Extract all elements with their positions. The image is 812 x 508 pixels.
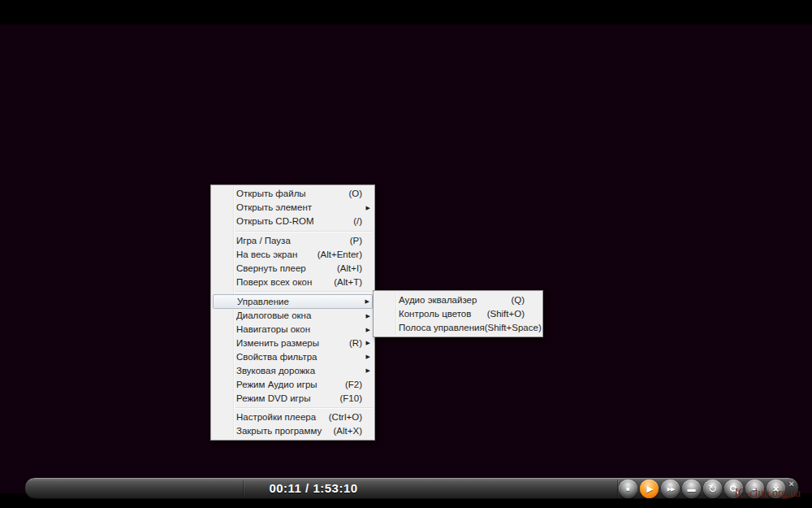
menu-item-label: Режим DVD игры	[236, 393, 340, 403]
menu-item-label: Поверх всех окон	[236, 277, 334, 287]
time-display: 00:11 / 1:53:10	[236, 478, 391, 498]
menu-item-end: ▶	[362, 205, 370, 211]
watermark: IC-club.org.ua	[735, 487, 801, 500]
menu-item[interactable]: Диалоговые окна▶	[211, 309, 374, 323]
open-file-button[interactable]: ▬	[682, 480, 701, 498]
bar-divider	[617, 480, 618, 497]
control-submenu: Аудио эквалайзер(Q)Контроль цветов(Shift…	[373, 290, 543, 337]
fullscreen-button[interactable]: ↻	[703, 480, 722, 498]
menu-item-label: На весь экран	[236, 250, 317, 259]
menu-item-label: Открыть файлы	[236, 189, 348, 198]
menu-item-shortcut: (Alt+I)	[337, 263, 362, 273]
fullscreen-icon: ↻	[708, 484, 717, 494]
menu-item-label: Открыть элемент	[236, 202, 362, 212]
menu-item-label: Контроль цветов	[399, 309, 487, 319]
stop-button[interactable]: ■	[619, 480, 637, 498]
menu-item[interactable]: На весь экран(Alt+Enter)	[211, 248, 374, 262]
menu-item-label: Открыть CD-ROM	[236, 216, 353, 226]
menu-item-end: ▶	[362, 354, 370, 359]
menu-item-shortcut: (P)	[350, 236, 362, 245]
menu-item[interactable]: Полоса управления(Shift+Space)	[374, 321, 542, 335]
menu-item[interactable]: Изменить размеры(R)▶	[211, 336, 374, 350]
stop-icon: ■	[626, 486, 630, 493]
video-surface[interactable]	[0, 24, 812, 493]
menu-item-label: Игра / Пауза	[236, 236, 350, 245]
submenu-arrow-icon: ▶	[366, 313, 370, 319]
context-menu-body: Открыть файлы(O)Открыть элемент▶Открыть …	[211, 187, 374, 438]
menu-item-shortcut: (Q)	[511, 295, 525, 305]
menu-item-label: Настройки плеера	[236, 412, 329, 422]
control-bar: 00:11 / 1:53:10 ■▶▶▶▬↻−× ×	[24, 477, 799, 499]
fast-forward-button[interactable]: ▶▶	[661, 480, 680, 498]
menu-item-shortcut: (R)	[349, 338, 362, 348]
control-submenu-body: Аудио эквалайзер(Q)Контроль цветов(Shift…	[374, 293, 542, 335]
menu-item-end: ▶	[361, 298, 369, 304]
menu-item[interactable]: Поверх всех окон(Alt+T)	[211, 275, 374, 289]
menu-item-label: Звуковая дорожка	[236, 366, 362, 376]
menu-item[interactable]: Управление▶	[213, 294, 373, 309]
menu-item-label: Диалоговые окна	[236, 310, 362, 320]
menu-item[interactable]: Открыть файлы(O)	[211, 187, 374, 201]
menu-item-label: Аудио эквалайзер	[399, 295, 511, 305]
submenu-arrow-icon: ▶	[366, 340, 370, 345]
menu-item-end: ▶	[362, 367, 370, 373]
player-window: Открыть файлы(O)Открыть элемент▶Открыть …	[0, 0, 812, 508]
menu-item-label: Управление	[237, 297, 361, 306]
menu-item[interactable]: Закрыть программу(Alt+X)	[211, 424, 374, 438]
menu-item-end: ▶	[362, 313, 370, 319]
menu-separator	[235, 291, 373, 292]
menu-item[interactable]: Свойства фильтра▶	[211, 350, 374, 363]
play-button[interactable]: ▶	[640, 480, 659, 498]
menu-item-shortcut: (Alt+T)	[334, 277, 362, 287]
submenu-arrow-icon: ▶	[366, 205, 370, 211]
menu-item[interactable]: Свернуть плеер(Alt+I)	[211, 261, 374, 275]
menu-item[interactable]: Звуковая дорожка▶	[211, 363, 374, 377]
menu-item-shortcut: (Shift+O)	[487, 309, 525, 319]
menu-item[interactable]: Аудио эквалайзер(Q)	[374, 293, 542, 306]
menu-item-shortcut: (Alt+X)	[334, 426, 362, 436]
menu-item-shortcut: (Shift+Space)	[485, 323, 542, 332]
menu-item-end: ▶	[362, 327, 370, 332]
menu-item-label: Режим Аудио игры	[236, 380, 345, 389]
menu-item-label: Навигаторы окон	[236, 324, 362, 334]
submenu-arrow-icon: ▶	[366, 354, 370, 359]
menu-item-label: Свернуть плеер	[236, 263, 337, 273]
menu-item-label: Закрыть программу	[236, 426, 334, 436]
menu-item-shortcut: (F2)	[345, 380, 362, 389]
menu-item[interactable]: Режим DVD игры(F10)	[211, 391, 374, 405]
menu-item[interactable]: Открыть CD-ROM(/)	[211, 215, 374, 228]
menu-item[interactable]: Настройки плеера(Ctrl+O)	[211, 410, 374, 424]
submenu-arrow-icon: ▶	[366, 327, 370, 332]
menu-item-end: ▶	[362, 340, 370, 345]
menu-item-label: Изменить размеры	[236, 338, 349, 348]
submenu-arrow-icon: ▶	[366, 367, 370, 373]
menu-item-shortcut: (Ctrl+O)	[329, 412, 362, 422]
menu-item-label: Свойства фильтра	[236, 352, 362, 362]
submenu-arrow-icon: ▶	[365, 298, 369, 304]
play-icon: ▶	[646, 484, 653, 493]
menu-separator	[235, 231, 373, 232]
menu-item[interactable]: Навигаторы окон▶	[211, 323, 374, 336]
context-menu: Открыть файлы(O)Открыть элемент▶Открыть …	[210, 185, 375, 441]
menu-item[interactable]: Открыть элемент▶	[211, 201, 374, 215]
menu-item-shortcut: (/)	[353, 216, 362, 226]
menu-item[interactable]: Контроль цветов(Shift+O)	[374, 306, 542, 320]
menu-separator	[235, 407, 373, 408]
menu-item-shortcut: (Alt+Enter)	[317, 250, 362, 259]
video-file-icon: ▬	[688, 485, 696, 493]
menu-item-shortcut: (F10)	[340, 393, 362, 403]
menu-item[interactable]: Игра / Пауза(P)	[211, 234, 374, 248]
menu-item-shortcut: (O)	[348, 189, 362, 198]
menu-item[interactable]: Режим Аудио игры(F2)	[211, 377, 374, 391]
fast-forward-icon: ▶▶	[667, 486, 675, 492]
menu-item-label: Полоса управления	[399, 323, 485, 332]
